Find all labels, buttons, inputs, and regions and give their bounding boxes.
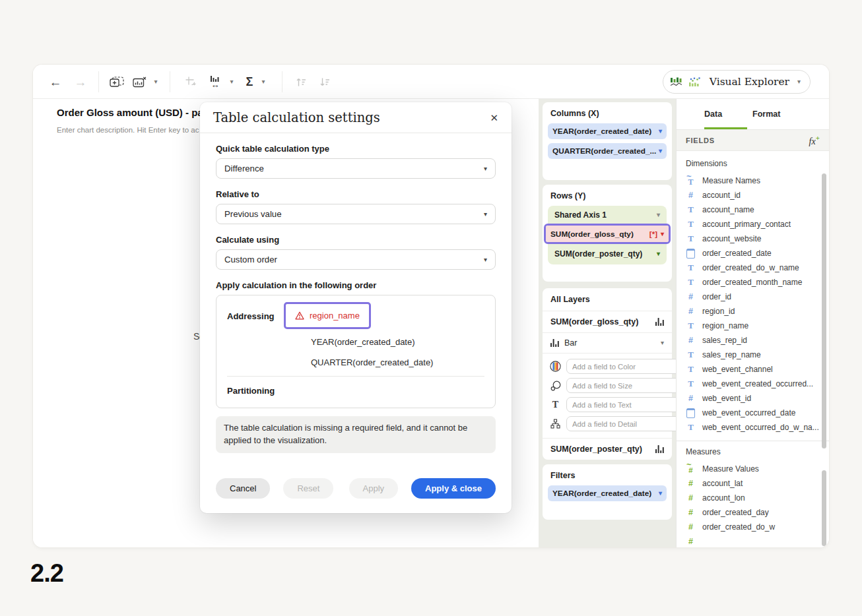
apply-close-button[interactable]: Apply & close <box>411 478 496 499</box>
field-item[interactable]: account_website <box>686 231 829 246</box>
remove-chart-icon[interactable] <box>129 65 149 99</box>
chevron-down-icon[interactable]: ▾ <box>659 148 662 154</box>
chevron-down-icon[interactable]: ▾ <box>227 65 236 99</box>
visual-explorer-selector[interactable]: Visual Explorer ▾ <box>663 70 811 94</box>
field-item[interactable]: order_created_date <box>686 246 829 261</box>
chevron-down-icon[interactable]: ▾ <box>659 128 662 135</box>
tab-data[interactable]: Data <box>704 109 722 119</box>
field-label: order_created_month_name <box>702 278 802 287</box>
addressing-items: region_name YEAR(order_creat <box>286 302 484 373</box>
field-label: account_primary_contact <box>702 220 791 229</box>
calculate-using-label: Calculate using <box>216 235 496 245</box>
toolbar-divider <box>170 71 170 92</box>
field-label: region_name <box>702 321 748 330</box>
calc-type-select[interactable]: Difference ▾ <box>216 158 496 179</box>
field-item[interactable]: web_event_occurred_do_w_na... <box>686 420 829 435</box>
size-field-input[interactable] <box>566 378 676 393</box>
field-item[interactable] <box>686 534 829 547</box>
apply-button[interactable]: Apply <box>349 478 399 499</box>
field-item[interactable]: order_created_do_w_name <box>686 261 829 275</box>
shared-axis-header[interactable]: Shared Axis 1 ▾ <box>548 206 667 223</box>
addressing-item[interactable]: QUARTER(order_created_date) <box>286 352 484 373</box>
axis-scale-icon[interactable]: ↔ <box>205 65 226 99</box>
tab-format[interactable]: Format <box>752 109 780 119</box>
field-item[interactable]: order_created_day <box>686 505 829 520</box>
field-label: region_id <box>702 307 735 316</box>
field-item[interactable]: Measure Names <box>686 173 829 188</box>
field-type-icon <box>686 335 696 346</box>
field-label: order_created_date <box>702 249 772 258</box>
back-icon[interactable]: ← <box>46 65 65 99</box>
field-item[interactable]: order_id <box>686 290 829 304</box>
field-item[interactable]: Measure Values <box>686 462 829 476</box>
field-item[interactable]: account_name <box>686 202 829 217</box>
field-label: Measure Values <box>702 464 759 474</box>
relative-to-select[interactable]: Previous value ▾ <box>216 204 496 224</box>
text-field-input[interactable] <box>566 397 676 412</box>
layer-label: SUM(order_gloss_qty) <box>550 317 638 326</box>
field-item[interactable]: account_id <box>686 188 829 202</box>
bar-chart-icon <box>655 318 664 326</box>
field-label: order_id <box>702 292 731 301</box>
field-item[interactable]: sales_rep_name <box>686 348 829 362</box>
size-drop-zone <box>543 376 672 395</box>
field-item[interactable]: account_lon <box>686 491 829 505</box>
columns-shelf-title: Columns (X) <box>543 102 672 123</box>
field-label: account_website <box>702 234 761 243</box>
order-section-label: Apply calculation in the following order <box>216 280 496 290</box>
add-element-icon[interactable] <box>107 65 127 99</box>
chevron-down-icon[interactable]: ▾ <box>661 231 664 237</box>
reset-button[interactable]: Reset <box>283 478 333 499</box>
addressing-item[interactable]: region_name <box>284 302 371 329</box>
chevron-down-icon[interactable]: ▾ <box>659 490 662 497</box>
row-pill-error[interactable]: SUM(order_gloss_qty) [*] ▾ <box>546 226 669 242</box>
row-pill[interactable]: SUM(order_poster_qty) ▾ <box>548 245 667 263</box>
chart-title[interactable]: Order Gloss amount (USD) - pane <box>57 107 215 118</box>
sigma-icon[interactable]: Σ <box>242 65 257 99</box>
chart-description-placeholder[interactable]: Enter chart description. Hit Enter key t… <box>57 126 199 134</box>
warning-icon <box>295 311 304 320</box>
field-item[interactable]: region_name <box>686 319 829 333</box>
field-item[interactable]: region_id <box>686 304 829 319</box>
chevron-down-icon[interactable]: ▾ <box>657 212 660 218</box>
filter-pill[interactable]: YEAR(order_created_date) ▾ <box>548 485 667 501</box>
rows-shelf-title: Rows (Y) <box>543 185 672 206</box>
chevron-down-icon[interactable]: ▾ <box>259 65 268 99</box>
layer-label: SUM(order_poster_qty) <box>550 445 642 454</box>
size-icon <box>549 381 562 391</box>
calculate-using-select[interactable]: Custom order ▾ <box>216 249 496 270</box>
scrollbar-thumb[interactable] <box>822 173 826 448</box>
column-pill[interactable]: QUARTER(order_created_... ▾ <box>548 143 667 159</box>
sort-ascending-icon <box>292 65 310 99</box>
field-item[interactable]: web_event_id <box>686 391 829 406</box>
chevron-down-icon[interactable]: ▾ <box>661 340 664 346</box>
mark-type-value: Bar <box>564 338 577 348</box>
field-item[interactable]: web_event_created_occurred... <box>686 377 829 391</box>
close-icon[interactable]: ✕ <box>490 113 498 123</box>
color-field-input[interactable] <box>566 359 676 374</box>
field-item[interactable]: web_event_occurred_date <box>686 406 829 420</box>
filters-shelf: Filters YEAR(order_created_date) ▾ <box>543 464 672 520</box>
chevron-down-icon[interactable]: ▾ <box>657 251 660 257</box>
cancel-button[interactable]: Cancel <box>216 478 270 499</box>
modal-header: Table calculation settings ✕ <box>200 102 512 133</box>
addressing-item[interactable]: YEAR(order_created_date) <box>286 332 484 352</box>
column-pill[interactable]: YEAR(order_created_date) ▾ <box>548 123 667 139</box>
field-item[interactable]: sales_rep_id <box>686 333 829 348</box>
field-item[interactable]: account_primary_contact <box>686 217 829 231</box>
field-item[interactable]: order_created_month_name <box>686 275 829 290</box>
all-layers-card: All Layers SUM(order_gloss_qty) <box>543 288 672 460</box>
layer-row[interactable]: SUM(order_poster_qty) <box>543 439 672 460</box>
layer-row[interactable]: SUM(order_gloss_qty) <box>543 311 672 332</box>
add-calculation-icon[interactable]: fx+ <box>809 134 820 147</box>
detail-field-input[interactable] <box>566 416 676 431</box>
field-item[interactable]: account_lat <box>686 476 829 491</box>
field-item[interactable]: order_created_do_w <box>686 520 829 534</box>
addressing-item-label: QUARTER(order_created_date) <box>311 357 433 367</box>
field-item[interactable]: web_event_channel <box>686 362 829 377</box>
field-label: sales_rep_id <box>702 336 747 345</box>
bar-line-chart-icon <box>670 77 683 87</box>
mark-type-select[interactable]: Bar ▾ <box>543 333 672 353</box>
scrollbar-thumb[interactable] <box>822 470 826 546</box>
measures-list: Measure Values account_lat account_lon <box>686 462 829 547</box>
